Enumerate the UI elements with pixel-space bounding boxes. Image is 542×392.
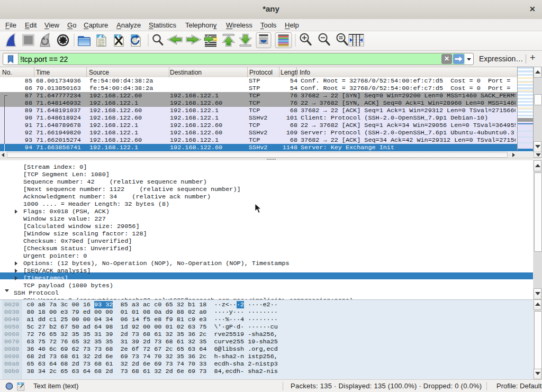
svg-text:0011: 0011 [98,44,105,47]
